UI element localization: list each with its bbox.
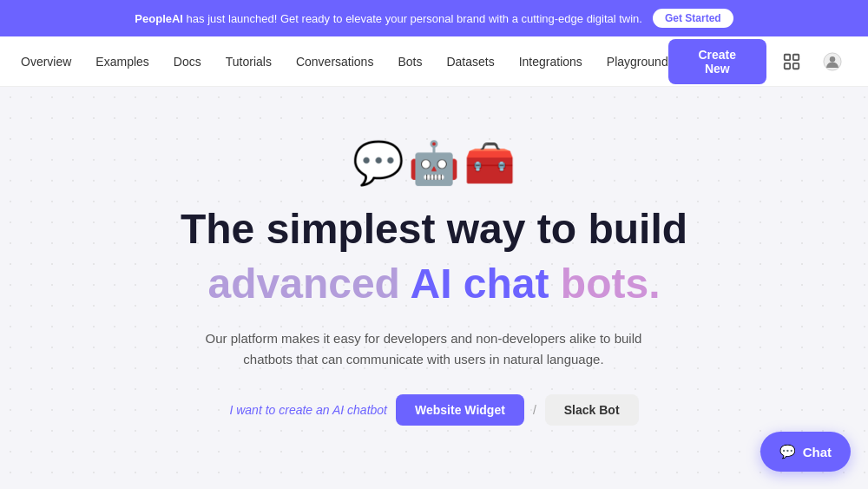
chat-bubble-icon: 💬 xyxy=(779,444,796,459)
svg-rect-2 xyxy=(785,63,790,68)
nav-link-integrations[interactable]: Integrations xyxy=(519,55,582,69)
nav-link-overview[interactable]: Overview xyxy=(21,55,71,69)
cta-divider: / xyxy=(533,403,536,417)
hero-section: 💬 🤖 🧰 The simplest way to build advanced… xyxy=(0,87,868,489)
grid-icon-button[interactable] xyxy=(777,46,807,77)
slack-bot-button[interactable]: Slack Bot xyxy=(545,394,639,426)
get-started-button[interactable]: Get Started xyxy=(653,9,733,28)
svg-point-5 xyxy=(830,56,835,62)
hero-cta: I want to create an AI chatbot Website W… xyxy=(181,394,687,426)
hero-icons: 💬 🤖 🧰 xyxy=(181,139,687,188)
user-icon xyxy=(823,52,842,71)
cta-label: I want to create an AI chatbot xyxy=(229,403,387,417)
nav-links: Overview Examples Docs Tutorials Convers… xyxy=(21,55,668,69)
nav-link-tutorials[interactable]: Tutorials xyxy=(226,55,272,69)
announcement-text: PeopleAI has just launched! Get ready to… xyxy=(135,12,642,25)
nav-actions: Create New xyxy=(668,39,847,84)
hero-content: 💬 🤖 🧰 The simplest way to build advanced… xyxy=(181,139,687,426)
subtitle-bots: bots. xyxy=(549,261,661,307)
hero-description: Our platform makes it easy for developer… xyxy=(181,328,667,370)
hero-title-line1: The simplest way to build xyxy=(181,205,687,253)
toolbox-emoji: 🧰 xyxy=(464,139,516,188)
svg-rect-3 xyxy=(793,63,799,68)
subtitle-ai: AI chat xyxy=(400,261,549,307)
announcement-banner: PeopleAI has just launched! Get ready to… xyxy=(0,0,868,36)
nav-link-examples[interactable]: Examples xyxy=(95,55,148,69)
chat-bubble-label: Chat xyxy=(803,445,832,459)
svg-rect-1 xyxy=(793,54,799,59)
website-widget-button[interactable]: Website Widget xyxy=(396,394,524,426)
nav-link-datasets[interactable]: Datasets xyxy=(446,55,494,69)
hero-title-line2: advanced AI chat bots. xyxy=(181,260,687,307)
chat-bubble-button[interactable]: 💬 Chat xyxy=(760,432,851,472)
user-avatar-button[interactable] xyxy=(817,46,847,77)
nav-link-conversations[interactable]: Conversations xyxy=(296,55,374,69)
robot-emoji: 🤖 xyxy=(408,139,460,188)
create-new-button[interactable]: Create New xyxy=(668,39,766,84)
nav-link-docs[interactable]: Docs xyxy=(174,55,201,69)
chat-bubble-emoji: 💬 xyxy=(352,139,404,188)
nav-link-bots[interactable]: Bots xyxy=(398,55,422,69)
nav-link-playground[interactable]: Playground xyxy=(607,55,668,69)
svg-rect-0 xyxy=(785,54,790,59)
subtitle-advanced: advanced xyxy=(207,261,399,307)
brand-name: PeopleAI xyxy=(135,12,183,25)
navbar: Overview Examples Docs Tutorials Convers… xyxy=(0,36,868,87)
grid-icon xyxy=(782,52,801,71)
